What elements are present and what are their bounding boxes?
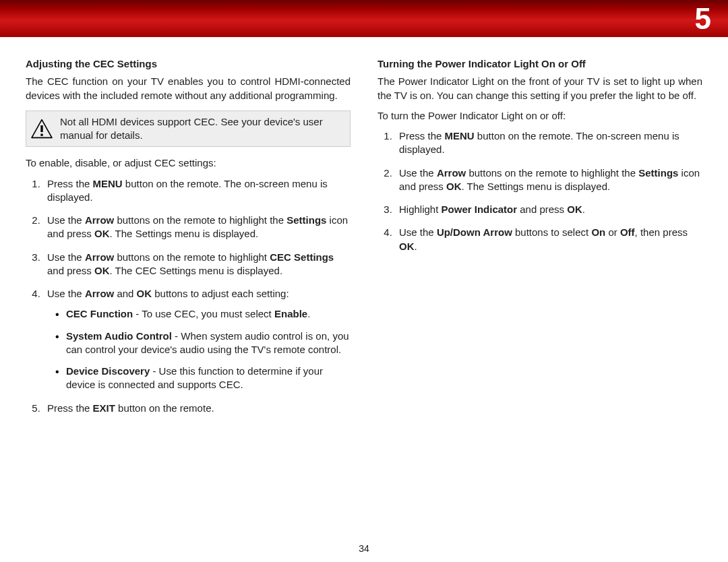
list-item: CEC Function - To use CEC, you must sele…: [55, 307, 351, 321]
list-item: Use the Arrow buttons on the remote to h…: [43, 214, 351, 241]
list-item: Device Discovery - Use this function to …: [55, 365, 351, 392]
svg-rect-1: [40, 125, 42, 132]
warning-icon: [30, 119, 53, 139]
chapter-number: 5: [695, 2, 711, 36]
right-column: Turning the Power Indicator Light On or …: [377, 57, 702, 425]
list-item: Press the MENU button on the remote. The…: [43, 177, 351, 205]
svg-rect-2: [40, 134, 42, 136]
section-heading-power: Turning the Power Indicator Light On or …: [377, 57, 702, 71]
list-item: Use the Arrow buttons on the remote to h…: [43, 251, 351, 278]
list-item: Press the EXIT button on the remote.: [43, 402, 351, 415]
page-number: 34: [0, 543, 728, 554]
page-body: Adjusting the CEC Settings The CEC funct…: [0, 37, 728, 425]
power-lead: To turn the Power Indicator Light on or …: [377, 109, 702, 123]
note-box: Not all HDMI devices support CEC. See yo…: [26, 111, 351, 148]
list-item: System Audio Control - When system audio…: [55, 330, 351, 357]
cec-sublist: CEC Function - To use CEC, you must sele…: [47, 307, 351, 392]
list-item: Use the Up/Down Arrow buttons to select …: [395, 226, 702, 253]
list-item: Use the Arrow buttons on the remote to h…: [395, 166, 702, 194]
power-steps: Press the MENU button on the remote. The…: [377, 129, 702, 253]
cec-steps: Press the MENU button on the remote. The…: [26, 177, 351, 415]
list-item: Press the MENU button on the remote. The…: [395, 129, 702, 157]
cec-lead: To enable, disable, or adjust CEC settin…: [26, 156, 351, 170]
cec-intro: The CEC function on your TV enables you …: [26, 75, 351, 102]
left-column: Adjusting the CEC Settings The CEC funct…: [26, 57, 351, 425]
chapter-header: 5: [0, 0, 728, 37]
note-text: Not all HDMI devices support CEC. See yo…: [60, 115, 343, 143]
section-heading-cec: Adjusting the CEC Settings: [26, 57, 351, 71]
list-item: Use the Arrow and OK buttons to adjust e…: [43, 287, 351, 392]
power-intro: The Power Indicator Light on the front o…: [377, 75, 702, 102]
list-item: Highlight Power Indicator and press OK.: [395, 203, 702, 216]
